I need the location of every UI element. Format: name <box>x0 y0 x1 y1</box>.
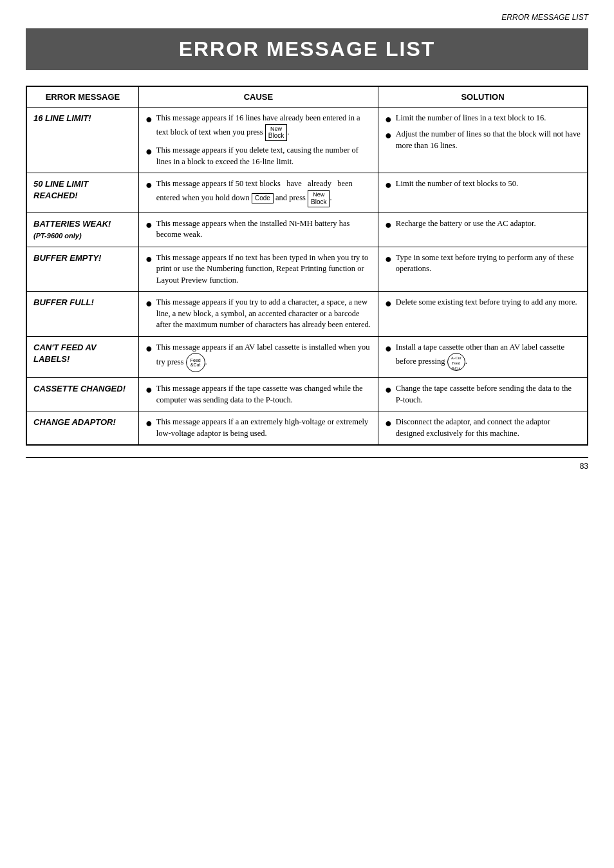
solution-item: ● Install a tape cassette other than an … <box>385 342 581 372</box>
bullet-icon: ● <box>385 253 392 265</box>
cause-item: ● This message appears if you delete tex… <box>145 145 371 167</box>
cause-text: This message appears if you delete text,… <box>156 145 371 167</box>
bullet-icon: ● <box>385 129 392 141</box>
cause-item: ● This message appears if 16 lines have … <box>145 113 371 141</box>
bullet-icon: ● <box>385 343 392 354</box>
error-label: CHANGE ADAPTOR! <box>26 411 138 446</box>
bullet-icon: ● <box>385 417 392 429</box>
solution-item: ● Limit the number of lines in a text bl… <box>385 113 581 125</box>
table-row: BATTERIES WEAK!(PT-9600 only) ● This mes… <box>26 212 588 247</box>
solution-text: Disconnect the adaptor, and connect the … <box>396 417 581 439</box>
solution-text: Limit the number of lines in a text bloc… <box>396 113 581 124</box>
key-code: Code <box>252 193 274 203</box>
cause-cell: ● This message appears if 50 text blocks… <box>138 173 378 212</box>
solution-cell: ● Change the tape cassette before sendin… <box>378 378 588 411</box>
page-header: ERROR MESSAGE LIST <box>26 13 588 22</box>
solution-item: ● Recharge the battery or use the AC ada… <box>385 218 581 231</box>
solution-item: ● Adjust the number of lines so that the… <box>385 129 581 151</box>
cause-item: ● This message appears if the tape casse… <box>145 383 371 406</box>
cause-item: ● This message appears if you try to add… <box>145 297 371 331</box>
page-title: ERROR MESSAGE LIST <box>26 37 588 61</box>
key-new-block: NewBlock <box>265 124 287 142</box>
col-header-solution: SOLUTION <box>378 86 588 108</box>
cause-item: ● This message appears if 50 text blocks… <box>145 178 371 207</box>
cause-item: ● This message appears when the installe… <box>145 218 371 241</box>
cause-cell: ● This message appears if no text has be… <box>138 247 378 292</box>
cause-item: ● This message appears if no text has be… <box>145 252 371 287</box>
table-row: 50 LINE LIMIT REACHED! ● This message ap… <box>26 173 588 212</box>
solution-text: Delete some existing text before trying … <box>396 297 581 308</box>
bullet-icon: ● <box>145 343 153 354</box>
error-label: BATTERIES WEAK!(PT-9600 only) <box>26 212 138 247</box>
error-label: 16 LINE LIMIT! <box>26 108 138 173</box>
error-label: CAN'T FEED AV LABELS! <box>26 336 138 378</box>
solution-text: Recharge the battery or use the AC adapt… <box>396 218 581 230</box>
solution-cell: ● Disconnect the adaptor, and connect th… <box>378 411 588 446</box>
bullet-icon: ● <box>385 219 392 231</box>
error-label: 50 LINE LIMIT REACHED! <box>26 173 138 212</box>
error-message-table: ERROR MESSAGE CAUSE SOLUTION 16 LINE LIM… <box>26 86 588 446</box>
cause-item: ● This message appears if an AV label ca… <box>145 342 371 373</box>
solution-item: ● Limit the number of text blocks to 50. <box>385 178 581 191</box>
solution-item: ● Change the tape cassette before sendin… <box>385 383 581 406</box>
solution-text: Adjust the number of lines so that the b… <box>396 129 581 151</box>
bullet-icon: ● <box>385 179 392 191</box>
solution-cell: ● Install a tape cassette other than an … <box>378 336 588 378</box>
solution-cell: ● Limit the number of lines in a text bl… <box>378 108 588 173</box>
cause-text: This message appears if a an extremely h… <box>156 417 371 439</box>
solution-item: ● Type in some text before trying to per… <box>385 252 581 275</box>
feed-cut-btn2: A-Cut Feed &Cut <box>447 353 465 371</box>
cause-text: This message appears if 16 lines have al… <box>156 113 371 141</box>
solution-text: Limit the number of text blocks to 50. <box>396 178 581 190</box>
table-row: CASSETTE CHANGED! ● This message appears… <box>26 378 588 411</box>
bullet-icon: ● <box>145 384 153 395</box>
cause-cell: ● This message appears if you try to add… <box>138 292 378 337</box>
error-label: CASSETTE CHANGED! <box>26 378 138 411</box>
table-header-row: ERROR MESSAGE CAUSE SOLUTION <box>26 86 588 108</box>
solution-item: ● Disconnect the adaptor, and connect th… <box>385 417 581 439</box>
table-row: CHANGE ADAPTOR! ● This message appears i… <box>26 411 588 446</box>
solution-cell: ● Recharge the battery or use the AC ada… <box>378 212 588 247</box>
solution-text: Change the tape cassette before sending … <box>396 383 581 406</box>
key-new-block2: NewBlock <box>308 190 330 207</box>
cause-cell: ● This message appears if a an extremely… <box>138 411 378 446</box>
title-box: ERROR MESSAGE LIST <box>26 28 588 70</box>
cause-text: This message appears if the tape cassett… <box>156 383 371 406</box>
solution-cell: ● Type in some text before trying to per… <box>378 247 588 292</box>
bullet-icon: ● <box>145 297 153 309</box>
cause-cell: ● This message appears if an AV label ca… <box>138 336 378 378</box>
bullet-icon: ● <box>145 253 153 265</box>
cause-text: This message appears if an AV label cass… <box>156 342 371 373</box>
cause-item: ● This message appears if a an extremely… <box>145 417 371 439</box>
table-row: BUFFER EMPTY! ● This message appears if … <box>26 247 588 292</box>
table-row: CAN'T FEED AV LABELS! ● This message app… <box>26 336 588 378</box>
error-label: BUFFER EMPTY! <box>26 247 138 292</box>
page-footer: 83 <box>26 457 588 471</box>
bullet-icon: ● <box>385 297 392 309</box>
cause-cell: ● This message appears when the installe… <box>138 212 378 247</box>
cause-text: This message appears when the installed … <box>156 218 371 241</box>
bullet-icon: ● <box>145 113 153 125</box>
cause-text: This message appears if 50 text blocks h… <box>156 178 371 207</box>
table-row: BUFFER FULL! ● This message appears if y… <box>26 292 588 337</box>
bullet-icon: ● <box>145 179 153 191</box>
col-header-error: ERROR MESSAGE <box>26 86 138 108</box>
page-number: 83 <box>580 462 588 471</box>
table-row: 16 LINE LIMIT! ● This message appears if… <box>26 108 588 173</box>
col-header-cause: CAUSE <box>138 86 378 108</box>
cause-text: This message appears if no text has been… <box>156 252 371 287</box>
solution-text: Install a tape cassette other than an AV… <box>396 342 581 372</box>
solution-item: ● Delete some existing text before tryin… <box>385 297 581 309</box>
error-label: BUFFER FULL! <box>26 292 138 337</box>
bullet-icon: ● <box>385 113 392 125</box>
cause-cell: ● This message appears if the tape casse… <box>138 378 378 411</box>
cause-cell: ● This message appears if 16 lines have … <box>138 108 378 173</box>
bullet-icon: ● <box>145 219 153 231</box>
bullet-icon: ● <box>385 384 392 395</box>
solution-text: Type in some text before trying to perfo… <box>396 252 581 275</box>
solution-cell: ● Delete some existing text before tryin… <box>378 292 588 337</box>
bullet-icon: ● <box>145 417 153 429</box>
bullet-icon: ● <box>145 146 153 157</box>
feed-cut-btn: Feed&Cut <box>186 353 205 372</box>
cause-text: This message appears if you try to add a… <box>156 297 371 331</box>
